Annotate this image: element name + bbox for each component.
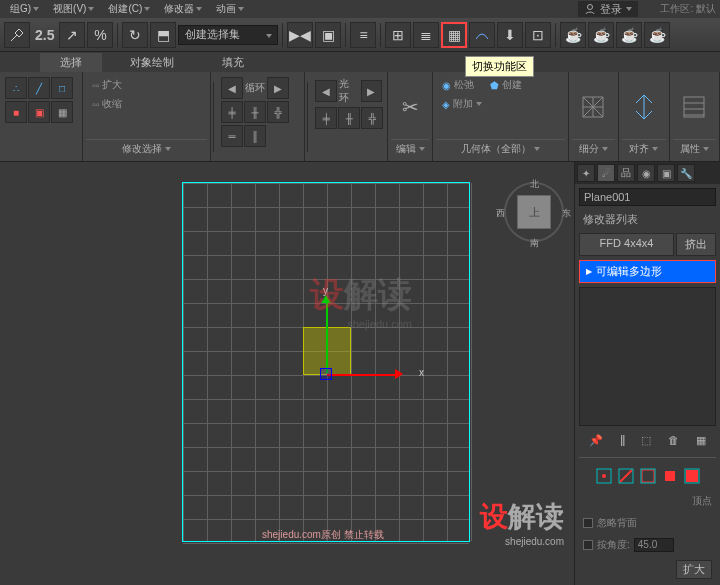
menu-animation[interactable]: 动画 <box>210 2 250 16</box>
vertex-subobj-icon[interactable] <box>596 468 612 484</box>
ring-next-button[interactable]: ▶ <box>361 80 383 102</box>
command-panel: ✦ ☄ 品 ◉ ▣ 🔧 Plane001 修改器列表 FFD 4x4x4 挤出 … <box>574 162 720 585</box>
loop-a-button[interactable]: ╪ <box>221 101 243 123</box>
loop-e-button[interactable]: ║ <box>244 125 266 147</box>
svg-point-2 <box>602 474 606 478</box>
extrude-button[interactable]: 挤出 <box>676 233 716 256</box>
panel-subdiv-label: 细分 <box>572 139 616 158</box>
modify-tab[interactable]: ☄ <box>597 164 615 182</box>
utilities-tab[interactable]: 🔧 <box>677 164 695 182</box>
by-angle-checkbox[interactable] <box>583 540 593 550</box>
ring-a-button[interactable]: ╪ <box>315 107 337 129</box>
subdivide-icon[interactable] <box>577 91 609 123</box>
border-sub-button[interactable]: □ <box>51 77 73 99</box>
border-subobj-icon[interactable] <box>640 468 656 484</box>
plane-object[interactable]: document.write(Array.from({length:13},(_… <box>182 182 470 542</box>
teapot1-button[interactable]: ☕ <box>560 22 586 48</box>
ignore-backfacing-checkbox[interactable] <box>583 518 593 528</box>
loop-next-button[interactable]: ▶ <box>267 77 289 99</box>
object-name-field[interactable]: Plane001 <box>579 188 716 206</box>
select-link-button[interactable] <box>4 22 30 48</box>
ring-b-button[interactable]: ╫ <box>338 107 360 129</box>
edge-subobj-icon[interactable] <box>618 468 634 484</box>
hierarchy-tab[interactable]: 品 <box>617 164 635 182</box>
menu-create[interactable]: 创建(C) <box>102 2 156 16</box>
poly-sub-button[interactable]: ■ <box>5 101 27 123</box>
main-toolbar: 2.5 ↗ % ↻ ⬒ 创建选择集 ▶◀ ▣ ≡ ⊞ ≣ ▦ ⬇ ⊡ ☕ ☕ ☕… <box>0 18 720 52</box>
loop-label: 循环 <box>245 81 265 95</box>
vertex-sub-button[interactable]: ∴ <box>5 77 27 99</box>
tab-object-paint[interactable]: 对象绘制 <box>110 53 194 72</box>
align-icon[interactable] <box>628 91 660 123</box>
scene-explorer-button[interactable]: ⊞ <box>385 22 411 48</box>
snap-button[interactable]: ↻ <box>122 22 148 48</box>
tool-b[interactable]: ⬒ <box>150 22 176 48</box>
viewcube-top-face[interactable]: 上 <box>517 195 551 229</box>
ffd-button[interactable]: FFD 4x4x4 <box>579 233 674 256</box>
unique-icon[interactable]: ⬚ <box>641 434 651 447</box>
modifier-stack[interactable] <box>579 287 716 426</box>
compass-s: 南 <box>530 237 539 250</box>
loop-c-button[interactable]: ╬ <box>267 101 289 123</box>
relax-button[interactable]: ◉松弛 <box>438 77 478 93</box>
ignore-backfacing-label: 忽略背面 <box>597 516 637 530</box>
menu-group[interactable]: 组G) <box>4 2 45 16</box>
layers-button[interactable]: ≡ <box>350 22 376 48</box>
teapot3-button[interactable]: ☕ <box>616 22 642 48</box>
ribbon: ∴╱□ ■▣▦ ▫▫扩大 ▫▫收缩 修改选择 ◀循环▶ ╪╫╬ ═║ ◀光环▶ … <box>0 72 720 162</box>
list-button[interactable]: ≣ <box>413 22 439 48</box>
tooltip: 切换功能区 <box>465 56 534 77</box>
display-tab[interactable]: ▣ <box>657 164 675 182</box>
expand-selection-button[interactable]: 扩大 <box>676 560 712 579</box>
create-button[interactable]: ⬟创建 <box>486 77 526 93</box>
create-tab[interactable]: ✦ <box>577 164 595 182</box>
grow-button[interactable]: ▫▫扩大 <box>88 77 126 93</box>
delete-icon[interactable]: 🗑 <box>668 434 679 447</box>
edit-scissors-icon[interactable]: ✂ <box>394 91 426 123</box>
menu-modifiers[interactable]: 修改器 <box>158 2 208 16</box>
viewcube[interactable]: 上 北 南 西 东 <box>504 182 564 242</box>
element-sub-button[interactable]: ▣ <box>28 101 50 123</box>
ring-prev-button[interactable]: ◀ <box>315 80 337 102</box>
login-dropdown[interactable]: 登录 <box>578 1 638 17</box>
percent-button[interactable]: % <box>87 22 113 48</box>
loop-prev-button[interactable]: ◀ <box>221 77 243 99</box>
pin-icon[interactable]: 📌 <box>589 434 603 447</box>
tool-a[interactable]: ↗ <box>59 22 85 48</box>
loop-b-button[interactable]: ╫ <box>244 101 266 123</box>
align-button[interactable]: ▣ <box>315 22 341 48</box>
compass-e: 东 <box>562 207 571 220</box>
show-end-icon[interactable]: ǁ <box>620 434 625 447</box>
viewport[interactable]: document.write(Array.from({length:13},(_… <box>0 162 574 585</box>
config-icon[interactable]: ▦ <box>696 434 706 447</box>
motion-tab[interactable]: ◉ <box>637 164 655 182</box>
shrink-button[interactable]: ▫▫收缩 <box>88 96 126 112</box>
panel-align-label: 对齐 <box>622 139 666 158</box>
tab-populate[interactable]: 填充 <box>202 53 264 72</box>
attach-button[interactable]: ◈附加 <box>438 96 486 112</box>
expand-triangle-icon[interactable]: ▶ <box>586 267 592 276</box>
ring-c-button[interactable]: ╬ <box>361 107 383 129</box>
curve-editor-button[interactable] <box>469 22 495 48</box>
teapot4-button[interactable]: ☕ <box>644 22 670 48</box>
object-sub-button[interactable]: ▦ <box>51 101 73 123</box>
teapot2-button[interactable]: ☕ <box>588 22 614 48</box>
svg-rect-5 <box>642 470 654 482</box>
download-button[interactable]: ⬇ <box>497 22 523 48</box>
modifier-list-label: 修改器列表 <box>579 210 716 229</box>
mirror-button[interactable]: ▶◀ <box>287 22 313 48</box>
panel-props-label: 属性 <box>673 139 717 158</box>
angle-field[interactable]: 45.0 <box>634 538 674 552</box>
selection-set-dropdown[interactable]: 创建选择集 <box>178 25 278 45</box>
loop-d-button[interactable]: ═ <box>221 125 243 147</box>
polygon-subobj-icon[interactable] <box>662 468 678 484</box>
element-subobj-icon[interactable] <box>684 468 700 484</box>
schematic-button[interactable]: ⊡ <box>525 22 551 48</box>
props-icon[interactable] <box>678 91 710 123</box>
menu-view[interactable]: 视图(V) <box>47 2 100 16</box>
edge-sub-button[interactable]: ╱ <box>28 77 50 99</box>
svg-point-0 <box>588 5 593 10</box>
modifier-editable-poly[interactable]: ▶ 可编辑多边形 <box>579 260 716 283</box>
toggle-ribbon-button[interactable]: ▦ <box>441 22 467 48</box>
tab-select[interactable]: 选择 <box>40 53 102 72</box>
